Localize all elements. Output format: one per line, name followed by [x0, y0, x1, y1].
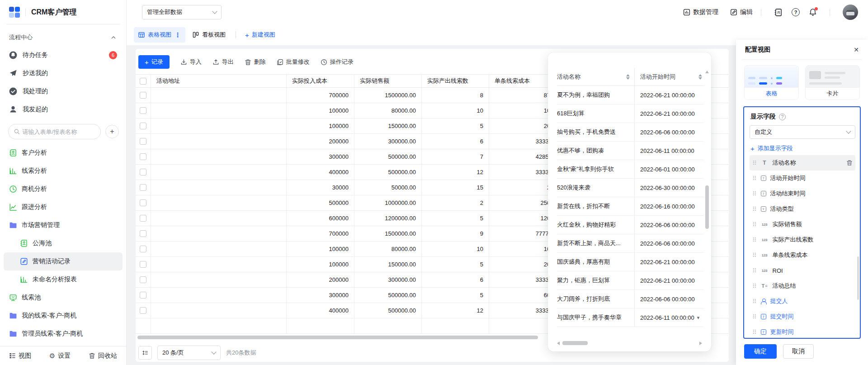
- export-button[interactable]: 导出: [212, 58, 234, 66]
- sidebar-item-unnamed-analysis-report[interactable]: 未命名分析报表: [4, 270, 123, 289]
- field-item[interactable]: ⠿ 活动类型: [750, 201, 855, 217]
- process-center-header[interactable]: 流程中心: [0, 29, 126, 46]
- sidebar-item-started-by-me[interactable]: 我发起的: [0, 100, 126, 119]
- scroll-left-arrow[interactable]: [555, 341, 560, 345]
- popup-horizontal-scrollbar[interactable]: [555, 341, 704, 346]
- sidebar-item-my-leads-customers-opportunities[interactable]: 我的线索-客户-商机: [4, 307, 123, 325]
- sidebar-item-marketing-activity-records[interactable]: 营销活动记录: [4, 252, 123, 270]
- popup-row[interactable]: 国庆盛典，厚惠有期 2022-06-21 00:00:00: [557, 253, 704, 271]
- popup-row[interactable]: 618巨划算 2022-06-21 00:00:00: [557, 104, 704, 123]
- form-search-box[interactable]: [8, 124, 101, 139]
- field-item[interactable]: ⠿ 活动结束时间: [750, 186, 855, 201]
- row-checkbox[interactable]: [140, 92, 146, 99]
- popup-row[interactable]: 新货不断上架，商品天... 2022-06-06 00:00:00: [557, 234, 704, 253]
- row-checkbox[interactable]: [140, 107, 146, 114]
- field-item[interactable]: ⠿ 提交时间: [750, 309, 855, 324]
- scroll-right-arrow[interactable]: [699, 341, 704, 345]
- drag-handle-icon[interactable]: ⠿: [752, 283, 757, 289]
- field-item[interactable]: ⠿ ROI: [750, 263, 855, 278]
- drag-handle-icon[interactable]: ⠿: [752, 237, 757, 243]
- drag-handle-icon[interactable]: ⠿: [752, 314, 757, 320]
- row-checkbox[interactable]: [140, 138, 146, 145]
- recycle-bin-button[interactable]: 回收站: [89, 352, 117, 360]
- sidebar-item-admin-leads-customers-opportunities[interactable]: 管理员线索-客户-商机: [4, 325, 123, 343]
- field-item[interactable]: ⠿ 活动总结: [750, 278, 855, 294]
- scrollbar-thumb[interactable]: [705, 185, 709, 229]
- drag-handle-icon[interactable]: ⠿: [752, 329, 757, 335]
- field-item[interactable]: ⠿ 单条线索成本: [750, 247, 855, 263]
- field-item[interactable]: ⠿ 活动名称: [750, 155, 855, 171]
- row-checkbox[interactable]: [140, 184, 146, 191]
- sort-icon[interactable]: [626, 74, 630, 80]
- notifications-button[interactable]: [809, 8, 817, 16]
- sidebar-item-customer-analysis[interactable]: 客户分析: [4, 144, 123, 162]
- help-icon[interactable]: ?: [779, 114, 786, 120]
- drag-handle-icon[interactable]: ⠿: [752, 160, 757, 166]
- column-header-address[interactable]: 活动地址: [151, 75, 287, 87]
- popup-row[interactable]: 大刀阔斧，打折到底 2022-06-06 00:00:00: [557, 290, 704, 308]
- tab-more-icon[interactable]: ⋮: [175, 31, 181, 38]
- batch-edit-button[interactable]: 批量修改: [277, 58, 310, 66]
- drag-handle-icon[interactable]: ⠿: [752, 252, 757, 258]
- popup-row[interactable]: 夏不为例，幸福团购 2022-06-21 00:00:00: [557, 86, 704, 104]
- popup-vertical-scrollbar[interactable]: [705, 69, 709, 322]
- popup-row[interactable]: 火红金秋，购物好精彩 2022-06-06 00:00:00: [557, 216, 704, 234]
- drag-handle-icon[interactable]: ⠿: [752, 222, 757, 228]
- user-avatar[interactable]: [843, 5, 858, 20]
- view-type-table-card[interactable]: 表格: [744, 65, 799, 100]
- sidebar-item-public-pool[interactable]: 公海池: [4, 234, 123, 252]
- search-input[interactable]: [23, 128, 95, 135]
- row-checkbox[interactable]: [140, 215, 146, 222]
- confirm-button[interactable]: 确定: [744, 344, 777, 359]
- column-header-leads[interactable]: 实际产出线索数: [422, 75, 489, 87]
- row-height-button[interactable]: [138, 346, 152, 360]
- settings-button[interactable]: ⚙ 设置: [49, 352, 71, 360]
- add-display-field-button[interactable]: + 添加显示字段: [750, 144, 855, 152]
- tab-board-view[interactable]: 看板视图: [185, 31, 233, 39]
- select-all-checkbox[interactable]: [140, 78, 146, 85]
- drag-handle-icon[interactable]: ⠿: [752, 191, 757, 197]
- row-checkbox[interactable]: [140, 276, 146, 283]
- import-button[interactable]: 导入: [180, 58, 202, 66]
- edit-button[interactable]: 编辑: [730, 8, 753, 16]
- cancel-button[interactable]: 取消: [783, 344, 814, 359]
- popup-column-start-time[interactable]: 活动开始时间: [635, 68, 704, 85]
- popup-row[interactable]: 优惠不够，团购凑 2022-06-11 00:00:00: [557, 142, 704, 160]
- scrollbar-thumb[interactable]: [562, 341, 588, 345]
- popup-row[interactable]: 新货在线，折扣不断 2022-06-16 00:00:00: [557, 197, 704, 216]
- drag-handle-icon[interactable]: ⠿: [752, 299, 757, 304]
- new-view-button[interactable]: + 新建视图: [239, 31, 282, 39]
- sidebar-item-processed-by-me[interactable]: 我处理的: [0, 82, 126, 100]
- popup-row[interactable]: 抽号购买，手机免费送 2022-06-06 00:00:00: [557, 123, 704, 142]
- field-item[interactable]: ⠿ 活动开始时间: [750, 171, 855, 186]
- sidebar-item-marketing-management[interactable]: 市场营销管理: [4, 216, 123, 234]
- add-form-button[interactable]: +: [105, 125, 119, 138]
- drag-handle-icon[interactable]: ⠿: [752, 268, 757, 274]
- help-button[interactable]: ?: [792, 8, 800, 16]
- data-manage-button[interactable]: 数据管理: [683, 8, 718, 16]
- column-header-sales[interactable]: 实际销售额: [354, 75, 422, 87]
- field-item[interactable]: ⠿ 提交人: [750, 294, 855, 309]
- sidebar-item-opportunity-analysis[interactable]: 商机分析: [4, 180, 123, 198]
- column-header-invest[interactable]: 实际投入成本: [287, 75, 354, 87]
- popup-row[interactable]: 聚力，钜惠，巨划算 2022-06-21 00:00:00: [557, 271, 704, 290]
- scroll-up-arrow[interactable]: [705, 69, 709, 73]
- field-item[interactable]: ⠿ 实际产出线索数: [750, 232, 855, 247]
- sidebar-item-todo-tasks[interactable]: 待办任务 6: [0, 46, 126, 64]
- remove-field-icon[interactable]: [846, 160, 853, 166]
- sidebar-item-lead-pool[interactable]: 线索池: [4, 289, 123, 307]
- operation-log-button[interactable]: 操作记录: [321, 58, 354, 66]
- field-item[interactable]: ⠿ 实际销售额: [750, 217, 855, 232]
- row-checkbox[interactable]: [140, 169, 146, 175]
- row-checkbox[interactable]: [140, 261, 146, 268]
- fields-scrollbar-thumb[interactable]: [857, 256, 859, 300]
- row-checkbox[interactable]: [140, 153, 146, 160]
- row-checkbox[interactable]: [140, 292, 146, 299]
- sort-icon[interactable]: [698, 74, 702, 80]
- row-checkbox[interactable]: [140, 230, 146, 237]
- data-scope-dropdown[interactable]: 管理全部数据: [142, 5, 222, 19]
- view-type-card-card[interactable]: 卡片: [805, 65, 860, 100]
- drag-handle-icon[interactable]: ⠿: [752, 175, 757, 181]
- row-checkbox[interactable]: [140, 307, 146, 314]
- add-record-button[interactable]: + 记录: [138, 55, 170, 69]
